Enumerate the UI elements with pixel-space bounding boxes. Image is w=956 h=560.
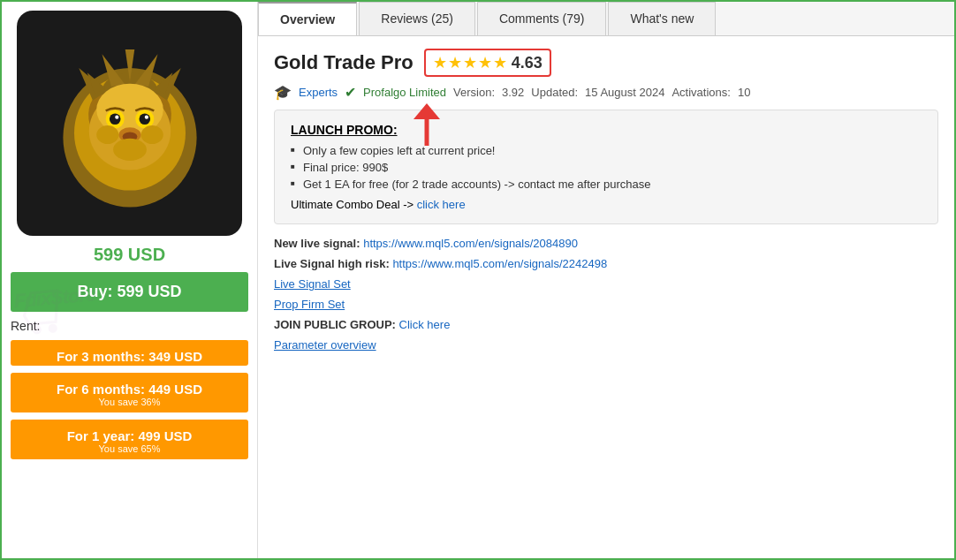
author-link[interactable]: Profalgo Limited bbox=[363, 86, 446, 99]
left-panel: FdixStore 599 USD Buy: 599 USD Rent: For… bbox=[2, 2, 258, 558]
experts-label: Experts bbox=[299, 86, 338, 99]
svg-point-22 bbox=[96, 125, 118, 144]
experts-link[interactable]: Experts bbox=[299, 86, 338, 99]
red-arrow-svg bbox=[405, 102, 449, 150]
rent-1year-save: You save 65% bbox=[11, 443, 248, 458]
rent-3months-label: For 3 months: 349 USD bbox=[57, 349, 202, 364]
rent-1year-button[interactable]: For 1 year: 499 USD You save 65% bbox=[11, 420, 248, 459]
activations-label: Activations: bbox=[671, 86, 730, 99]
new-live-signal-row: New live signal: https://www.mql5.com/en… bbox=[274, 237, 938, 250]
live-signal-set-link[interactable]: Live Signal Set bbox=[274, 277, 351, 291]
new-live-signal-link[interactable]: https://www.mql5.com/en/signals/2084890 bbox=[363, 237, 578, 250]
prop-firm-set-link[interactable]: Prop Firm Set bbox=[274, 298, 345, 311]
promo-title: LAUNCH PROMO: bbox=[291, 123, 922, 137]
live-signal-high-risk-link[interactable]: https://www.mql5.com/en/signals/2242498 bbox=[392, 257, 607, 270]
main-container: FdixStore 599 USD Buy: 599 USD Rent: For… bbox=[0, 0, 956, 560]
links-section: New live signal: https://www.mql5.com/en… bbox=[274, 237, 938, 352]
rent-6months-save: You save 36% bbox=[11, 397, 248, 411]
rent-1year-label: For 1 year: 499 USD bbox=[67, 428, 193, 443]
version-label: Version: bbox=[453, 86, 495, 99]
tab-whats-new[interactable]: What's new bbox=[608, 2, 716, 35]
tabs-bar: Overview Reviews (25) Comments (79) What… bbox=[258, 2, 954, 36]
live-signal-set-row: Live Signal Set bbox=[274, 277, 938, 291]
promo-list: Only a few copies left at current price!… bbox=[291, 144, 922, 191]
price-display: 599 USD bbox=[94, 245, 165, 265]
lion-logo bbox=[37, 31, 223, 216]
svg-point-15 bbox=[139, 113, 150, 125]
svg-point-23 bbox=[140, 125, 163, 144]
live-signal-high-risk-row: Live Signal high risk: https://www.mql5.… bbox=[274, 257, 938, 270]
svg-point-17 bbox=[144, 115, 148, 118]
prop-firm-set-row: Prop Firm Set bbox=[274, 298, 938, 311]
rent-label: Rent: bbox=[11, 319, 40, 333]
author-name: Profalgo Limited bbox=[363, 86, 446, 99]
rent-6months-label: For 6 months: 449 USD bbox=[57, 382, 202, 397]
live-signal-high-risk-label: Live Signal high risk: bbox=[274, 257, 392, 270]
promo-item-3: Get 1 EA for free (for 2 trade accounts)… bbox=[291, 178, 922, 191]
version-value: 3.92 bbox=[502, 86, 524, 99]
product-title: Gold Trade Pro bbox=[274, 51, 414, 74]
new-live-signal-label: New live signal: bbox=[274, 237, 363, 250]
join-public-group-link[interactable]: Click here bbox=[399, 318, 451, 331]
check-icon: ✔ bbox=[345, 84, 356, 101]
updated-value: 15 August 2024 bbox=[585, 86, 664, 99]
svg-point-14 bbox=[109, 113, 120, 125]
tab-reviews[interactable]: Reviews (25) bbox=[359, 2, 475, 35]
buy-button[interactable]: Buy: 599 USD bbox=[11, 272, 248, 312]
stars-display: ★★★★★ bbox=[433, 53, 508, 72]
parameter-overview-link[interactable]: Parameter overview bbox=[274, 338, 376, 352]
svg-point-21 bbox=[113, 138, 147, 160]
svg-point-16 bbox=[115, 115, 118, 118]
promo-item-1: Only a few copies left at current price! bbox=[291, 144, 922, 157]
join-public-group-label: JOIN PUBLIC GROUP: bbox=[274, 318, 399, 331]
rent-6months-button[interactable]: For 6 months: 449 USD You save 36% bbox=[11, 373, 248, 412]
combo-deal-text: Ultimate Combo Deal -> bbox=[291, 198, 414, 211]
tab-comments[interactable]: Comments (79) bbox=[477, 2, 606, 35]
meta-row: 🎓 Experts ✔ Profalgo Limited Version: 3.… bbox=[274, 84, 938, 101]
rating-number: 4.63 bbox=[512, 54, 542, 72]
overview-content: Gold Trade Pro ★★★★★ 4.63 🎓 Experts ✔ Pr… bbox=[258, 36, 954, 558]
promo-box: LAUNCH PROMO: Only a few copies left at … bbox=[274, 110, 938, 224]
tab-overview[interactable]: Overview bbox=[258, 2, 357, 35]
combo-deal-link[interactable]: click here bbox=[417, 198, 466, 211]
right-panel: Overview Reviews (25) Comments (79) What… bbox=[258, 2, 954, 558]
diploma-icon: 🎓 bbox=[274, 84, 292, 101]
promo-item-2: Final price: 990$ bbox=[291, 161, 922, 174]
svg-marker-30 bbox=[414, 103, 440, 119]
rating-box: ★★★★★ 4.63 bbox=[424, 49, 551, 77]
product-title-row: Gold Trade Pro ★★★★★ 4.63 bbox=[274, 49, 938, 77]
updated-label: Updated: bbox=[531, 86, 578, 99]
rent-3months-button[interactable]: For 3 months: 349 USD bbox=[11, 340, 248, 366]
join-public-group-row: JOIN PUBLIC GROUP: Click here bbox=[274, 318, 938, 331]
activations-value: 10 bbox=[738, 86, 750, 99]
combo-deal-row: Ultimate Combo Deal -> click here bbox=[291, 198, 922, 211]
parameter-overview-row: Parameter overview bbox=[274, 338, 938, 352]
product-image bbox=[17, 11, 242, 236]
svg-point-28 bbox=[48, 323, 57, 333]
